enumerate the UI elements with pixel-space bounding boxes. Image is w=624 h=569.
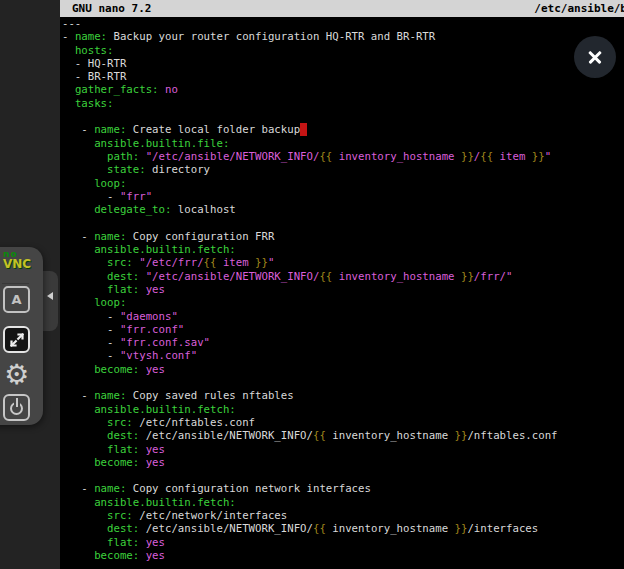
editor-line: [62, 376, 622, 389]
editor-line: dest: /etc/ansible/NETWORK_INFO/{{ inven…: [62, 429, 622, 442]
editor-line: - name: Copy saved rules nftables: [62, 389, 622, 402]
editor-line: src: /etc/network/interfaces: [62, 509, 622, 522]
screen: { "colors": { "green": "#3cd23c", "magen…: [0, 0, 624, 569]
editor-line: - name: Backup your router configuration…: [62, 30, 622, 43]
editor-line: tasks:: [62, 97, 622, 110]
editor-line: state: directory: [62, 163, 622, 176]
editor-line: become: yes: [62, 456, 622, 469]
editor-line: src: /etc/nftables.conf: [62, 416, 622, 429]
vnc-control-bar: no VNC A ⚙: [0, 247, 43, 425]
collapse-left-arrow-icon: [47, 292, 53, 300]
editor-line: flat: yes: [62, 443, 622, 456]
power-icon: [5, 396, 28, 419]
editor-line: - "frr.conf.sav": [62, 336, 622, 349]
editor-line: become: yes: [62, 549, 622, 562]
editor-line: flat: yes: [62, 283, 622, 296]
gear-icon: ⚙: [4, 361, 29, 388]
editor-line: - "frr": [62, 190, 622, 203]
editor-line: ansible.builtin.file:: [62, 137, 622, 150]
logo-text-vnc: VNC: [3, 259, 31, 270]
disconnect-button[interactable]: [3, 394, 30, 421]
expand-arrows-icon: [9, 332, 25, 348]
editor-line: dest: /etc/ansible/NETWORK_INFO/{{ inven…: [62, 522, 622, 535]
editor-line: hosts:: [62, 44, 622, 57]
close-icon: [586, 48, 604, 66]
nano-file-path: /etc/ansible/b: [534, 0, 624, 17]
editor-line: ansible.builtin.fetch:: [62, 403, 622, 416]
editor-line: [62, 216, 622, 229]
editor-line: ---: [62, 17, 622, 30]
editor-line: [62, 110, 622, 123]
editor-line: loop:: [62, 177, 622, 190]
editor-line: - "frr.conf": [62, 323, 622, 336]
editor-line: loop:: [62, 296, 622, 309]
nano-app-title: GNU nano 7.2: [72, 0, 151, 17]
editor-content: ---- name: Backup your router configurat…: [62, 17, 622, 562]
nano-titlebar: GNU nano 7.2 /etc/ansible/b: [60, 0, 624, 17]
editor-line: gather_facts: no: [62, 83, 622, 96]
editor-line: delegate_to: localhost: [62, 203, 622, 216]
extra-keys-button[interactable]: A: [3, 286, 30, 313]
editor-line: become: yes: [62, 363, 622, 376]
control-bar-handle[interactable]: [43, 271, 58, 331]
editor-line: src: "/etc/frr/{{ item }}": [62, 256, 622, 269]
editor-line: path: "/etc/ansible/NETWORK_INFO/{{ inve…: [62, 150, 622, 163]
vnc-terminal-screen[interactable]: GNU nano 7.2 /etc/ansible/b ---- name: B…: [60, 0, 624, 569]
editor-line: flat: yes: [62, 536, 622, 549]
keyboard-a-icon: A: [11, 292, 21, 307]
fullscreen-button[interactable]: [3, 326, 30, 353]
editor-line: - HQ-RTR: [62, 57, 622, 70]
editor-line: - BR-RTR: [62, 70, 622, 83]
editor-line: dest: "/etc/ansible/NETWORK_INFO/{{ inve…: [62, 270, 622, 283]
novnc-logo: no VNC: [3, 250, 31, 270]
editor-line: ansible.builtin.fetch:: [62, 243, 622, 256]
sidebar-separator: [2, 283, 29, 284]
editor-line: - name: Copy configuration network inter…: [62, 482, 622, 495]
editor-line: - "daemons": [62, 310, 622, 323]
editor-line: - name: Copy configuration FRR: [62, 230, 622, 243]
editor-line: - name: Create local folder backup: [62, 123, 622, 136]
editor-line: ansible.builtin.fetch:: [62, 496, 622, 509]
settings-button[interactable]: ⚙: [3, 361, 30, 388]
close-button[interactable]: [574, 36, 616, 78]
editor-line: [62, 469, 622, 482]
editor-line: - "vtysh.conf": [62, 349, 622, 362]
